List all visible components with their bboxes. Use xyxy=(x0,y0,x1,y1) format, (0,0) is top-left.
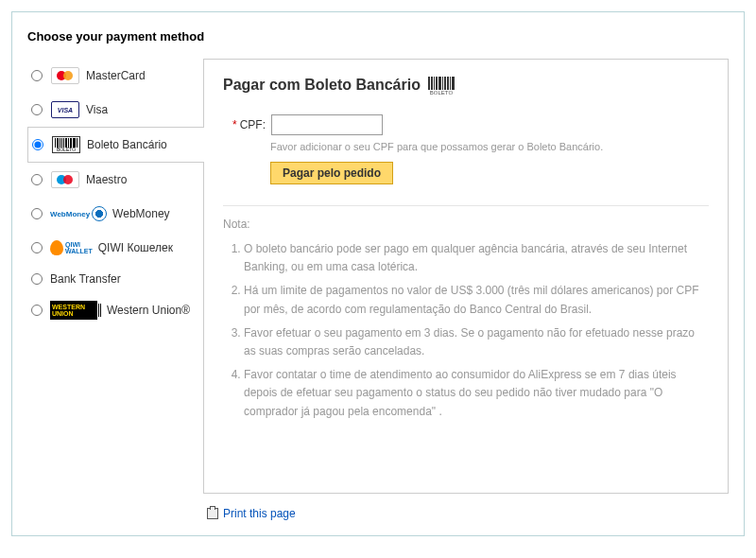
option-label: Western Union® xyxy=(107,304,190,317)
required-marker: * xyxy=(232,114,237,135)
cpf-input[interactable] xyxy=(271,114,383,135)
radio-webmoney[interactable] xyxy=(31,208,43,219)
cpf-hint: Favor adicionar o seu CPF para que possa… xyxy=(270,141,709,152)
note-item: Há um limite de pagamentos no valor de U… xyxy=(244,282,709,318)
option-boleto[interactable]: BOLETO Boleto Bancário xyxy=(27,127,204,163)
cpf-row: * CPF: xyxy=(232,114,709,135)
option-mastercard[interactable]: MasterCard xyxy=(27,59,203,93)
option-label: WebMoney xyxy=(112,207,169,220)
radio-boleto[interactable] xyxy=(32,139,43,150)
panel-title-row: Pagar com Boleto Bancário BOLETO xyxy=(223,77,709,94)
payment-detail-panel: Pagar com Boleto Bancário BOLETO * CPF: … xyxy=(203,59,729,494)
divider xyxy=(223,205,709,206)
print-link[interactable]: Print this page xyxy=(223,507,296,520)
option-visa[interactable]: VISA Visa xyxy=(27,93,203,127)
cpf-label: CPF: xyxy=(240,114,266,135)
panel-title: Pagar com Boleto Bancário xyxy=(223,77,421,94)
option-label: Bank Transfer xyxy=(50,272,121,286)
radio-banktransfer[interactable] xyxy=(31,273,43,285)
qiwi-icon: QIWIWALLET xyxy=(50,238,93,257)
print-icon xyxy=(207,508,218,519)
layout: MasterCard VISA Visa BOLETO Boleto Bancá… xyxy=(27,59,729,494)
radio-westernunion[interactable] xyxy=(31,305,43,316)
barcode-icon: BOLETO xyxy=(428,77,455,94)
note-item: Favor efetuar o seu pagamento em 3 dias.… xyxy=(244,324,709,360)
webmoney-icon: WebMoney xyxy=(50,204,107,223)
note-item: Favor contatar o time de atendimento ao … xyxy=(244,366,709,421)
pay-button[interactable]: Pagar pelo pedido xyxy=(270,162,393,184)
note-heading: Nota: xyxy=(223,218,709,231)
option-webmoney[interactable]: WebMoney WebMoney xyxy=(27,197,203,231)
radio-maestro[interactable] xyxy=(31,174,43,185)
option-label: Maestro xyxy=(86,173,127,186)
notes-list: O boleto bancário pode ser pago em qualq… xyxy=(223,240,709,421)
page-heading: Choose your payment method xyxy=(27,29,729,44)
payment-container: Choose your payment method MasterCard VI… xyxy=(11,11,745,536)
option-westernunion[interactable]: WESTERNUNION Western Union® xyxy=(27,293,203,327)
radio-qiwi[interactable] xyxy=(31,242,43,253)
option-label: Visa xyxy=(86,103,108,116)
print-row: Print this page xyxy=(203,507,729,520)
boleto-icon: BOLETO xyxy=(51,135,81,154)
option-qiwi[interactable]: QIWIWALLET QIWI Кошелек xyxy=(27,231,203,265)
option-maestro[interactable]: Maestro xyxy=(27,163,203,197)
maestro-icon xyxy=(50,170,80,189)
payment-method-list: MasterCard VISA Visa BOLETO Boleto Bancá… xyxy=(27,59,203,327)
option-label: Boleto Bancário xyxy=(87,138,167,151)
radio-mastercard[interactable] xyxy=(31,70,43,81)
radio-visa[interactable] xyxy=(31,104,43,115)
mastercard-icon xyxy=(50,66,80,85)
option-label: QIWI Кошелек xyxy=(98,241,173,254)
option-label: MasterCard xyxy=(86,69,146,82)
note-item: O boleto bancário pode ser pago em qualq… xyxy=(244,240,709,276)
visa-icon: VISA xyxy=(50,100,80,119)
westernunion-icon: WESTERNUNION xyxy=(50,301,101,320)
option-banktransfer[interactable]: Bank Transfer xyxy=(27,265,203,293)
